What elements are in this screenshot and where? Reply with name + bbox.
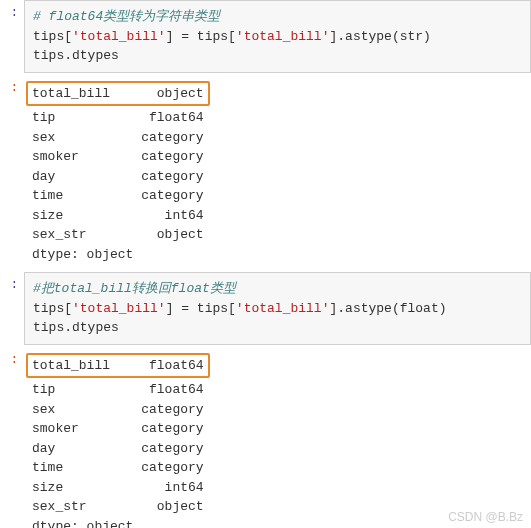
- in-prompt-1: :: [0, 0, 24, 73]
- input-cell-2: : #把total_bill转换回float类型 tips['total_bil…: [0, 272, 531, 345]
- out-prompt-1: :: [0, 75, 24, 271]
- output-block-2: total_bill float64 tip float64 sex categ…: [24, 347, 531, 529]
- input-cell-1: : # float64类型转为字符串类型 tips['total_bill'] …: [0, 0, 531, 73]
- output-row: day category: [32, 167, 523, 187]
- highlight-row-2: total_bill float64: [26, 353, 210, 379]
- code-line-1b: tips.dtypes: [33, 48, 119, 63]
- output-row: dtype: object: [32, 245, 523, 265]
- output-cell-2: : total_bill float64 tip float64 sex cat…: [0, 347, 531, 529]
- output-row: time category: [32, 186, 523, 206]
- output-row: sex category: [32, 128, 523, 148]
- output-row: time category: [32, 458, 523, 478]
- comment-1: # float64类型转为字符串类型: [33, 9, 220, 24]
- output-row: size int64: [32, 478, 523, 498]
- code-line-2a: tips['total_bill'] = tips['total_bill'].…: [33, 301, 447, 316]
- output-row: day category: [32, 439, 523, 459]
- output-cell-1: : total_bill object tip float64 sex cate…: [0, 75, 531, 271]
- in-prompt-2: :: [0, 272, 24, 345]
- output-row: sex_str object: [32, 225, 523, 245]
- output-row: smoker category: [32, 419, 523, 439]
- code-line-1a: tips['total_bill'] = tips['total_bill'].…: [33, 29, 431, 44]
- output-row: smoker category: [32, 147, 523, 167]
- output-row: tip float64: [32, 380, 523, 400]
- output-block-1: total_bill object tip float64 sex catego…: [24, 75, 531, 271]
- code-line-2b: tips.dtypes: [33, 320, 119, 335]
- code-block-2[interactable]: #把total_bill转换回float类型 tips['total_bill'…: [24, 272, 531, 345]
- highlight-row-1: total_bill object: [26, 81, 210, 107]
- out-prompt-2: :: [0, 347, 24, 529]
- output-row: sex category: [32, 400, 523, 420]
- code-block-1[interactable]: # float64类型转为字符串类型 tips['total_bill'] = …: [24, 0, 531, 73]
- watermark: CSDN @B.Bz: [448, 510, 523, 524]
- output-row: tip float64: [32, 108, 523, 128]
- output-row: size int64: [32, 206, 523, 226]
- comment-2: #把total_bill转换回float类型: [33, 281, 236, 296]
